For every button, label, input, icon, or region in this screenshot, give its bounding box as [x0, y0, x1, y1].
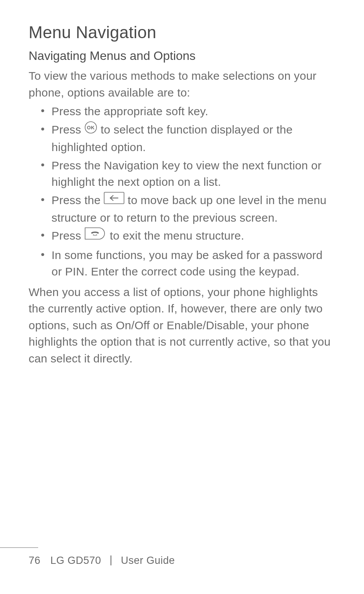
list-text: Press — [52, 123, 84, 136]
svg-point-4 — [95, 235, 96, 236]
svg-point-5 — [93, 235, 94, 236]
list-text: Press the appropriate soft key. — [52, 105, 208, 118]
page-footer: 76 LG GD570 | User Guide — [0, 547, 364, 567]
back-key-icon — [104, 192, 124, 209]
product-name: LG GD570 — [50, 555, 101, 566]
list-item: Press OK to select the function displaye… — [52, 121, 333, 156]
outro-paragraph: When you access a list of options, your … — [29, 284, 337, 367]
doc-title: User Guide — [121, 555, 175, 566]
ok-key-icon: OK — [84, 121, 97, 138]
manual-page: Menu Navigation Navigating Menus and Opt… — [0, 0, 364, 594]
footer-rule — [0, 547, 38, 548]
list-item: In some functions, you may be asked for … — [52, 247, 333, 280]
list-item: Press the appropriate soft key. — [52, 103, 333, 120]
list-text: Press the — [52, 194, 104, 206]
list-item: Press the to move back up one level in t… — [52, 192, 333, 226]
end-key-icon — [84, 227, 106, 245]
intro-paragraph: To view the various methods to make sele… — [29, 68, 337, 101]
footer-separator: | — [110, 554, 113, 565]
bullet-list: Press the appropriate soft key. Press OK… — [29, 103, 337, 280]
list-text: Press — [52, 229, 84, 242]
list-item: Press to exit the menu structure. — [52, 227, 333, 245]
footer-text: 76 LG GD570 | User Guide — [0, 555, 364, 567]
list-text: In some functions, you may be asked for … — [52, 249, 322, 278]
svg-point-6 — [96, 235, 97, 236]
list-text: to exit the menu structure. — [110, 229, 244, 242]
list-item: Press the Navigation key to view the nex… — [52, 157, 333, 190]
page-title: Menu Navigation — [29, 23, 337, 42]
page-number: 76 — [29, 555, 40, 566]
section-heading: Navigating Menus and Options — [29, 49, 337, 63]
svg-text:OK: OK — [87, 125, 95, 130]
list-text: Press the Navigation key to view the nex… — [52, 159, 322, 188]
